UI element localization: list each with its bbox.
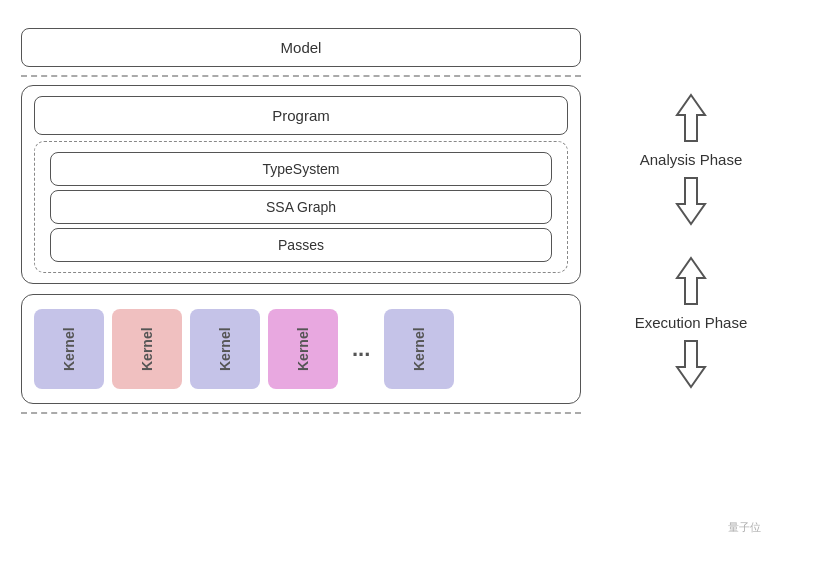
- program-box: Program: [34, 96, 568, 135]
- typesystem-label: TypeSystem: [262, 161, 339, 177]
- passes-label: Passes: [278, 237, 324, 253]
- svg-marker-0: [677, 95, 705, 141]
- program-label: Program: [272, 107, 330, 124]
- svg-marker-1: [677, 178, 705, 224]
- model-label: Model: [281, 39, 322, 56]
- analysis-phase-group: Analysis Phase: [640, 93, 743, 226]
- svg-marker-2: [677, 258, 705, 304]
- analysis-down-arrow: [671, 176, 711, 226]
- passes-box: Passes: [50, 228, 552, 262]
- analysis-phase-label: Analysis Phase: [640, 151, 743, 168]
- kernel-box-2: Kernel: [112, 309, 182, 389]
- dashed-separator-top: [21, 75, 581, 77]
- ssa-graph-label: SSA Graph: [266, 199, 336, 215]
- execution-down-arrow: [671, 339, 711, 389]
- svg-marker-3: [677, 341, 705, 387]
- analysis-up-arrow: [671, 93, 711, 143]
- left-section: Model Program TypeSystem SSA Graph Passe…: [21, 23, 581, 422]
- program-outer-box: Program TypeSystem SSA Graph Passes: [21, 85, 581, 284]
- typesystem-box: TypeSystem: [50, 152, 552, 186]
- execution-phase-label: Execution Phase: [635, 314, 748, 331]
- execution-up-arrow: [671, 256, 711, 306]
- model-box: Model: [21, 28, 581, 67]
- kernel-box-1: Kernel: [34, 309, 104, 389]
- ssa-graph-box: SSA Graph: [50, 190, 552, 224]
- dashed-separator-bottom: [21, 412, 581, 414]
- kernel-outer-box: Kernel Kernel Kernel Kernel ... Kernel: [21, 294, 581, 404]
- kernel-box-4: Kernel: [268, 309, 338, 389]
- execution-phase-group: Execution Phase: [635, 256, 748, 389]
- kernel-box-5: Kernel: [384, 309, 454, 389]
- inner-dashed-box: TypeSystem SSA Graph Passes: [34, 141, 568, 273]
- watermark: 量子位: [728, 520, 761, 535]
- right-section: Analysis Phase Execution Phase: [581, 23, 801, 389]
- kernel-box-3: Kernel: [190, 309, 260, 389]
- dots: ...: [346, 336, 376, 362]
- diagram-container: Model Program TypeSystem SSA Graph Passe…: [21, 13, 801, 553]
